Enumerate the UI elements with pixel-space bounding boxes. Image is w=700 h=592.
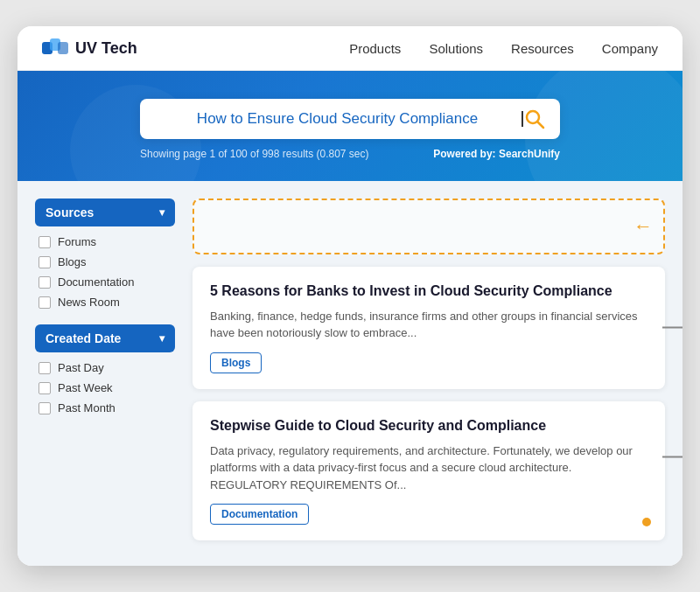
search-bar[interactable]: How to Ensure Cloud Security Compliance: [140, 99, 560, 139]
logo-text: UV Tech: [75, 39, 137, 58]
filter-item-newsroom: News Room: [35, 296, 175, 309]
newsroom-checkbox[interactable]: [38, 296, 51, 309]
pastday-label: Past Day: [58, 361, 104, 374]
newsroom-label: News Room: [58, 296, 120, 309]
results-area: ← 5 Reasons for Banks to Invest in Cloud…: [192, 198, 665, 548]
forums-label: Forums: [58, 235, 96, 248]
orange-dot: [642, 518, 651, 526]
annotation-1: [50]: [662, 323, 682, 332]
filter-item-pastday: Past Day: [35, 361, 175, 374]
forums-checkbox[interactable]: [38, 236, 51, 248]
brand-name: SearchUnify: [499, 148, 560, 160]
sources-header[interactable]: Sources ▾: [35, 198, 175, 226]
result-title-2: Stepwise Guide to Cloud Security and Com…: [210, 417, 648, 435]
filter-item-documentation: Documentation: [35, 275, 175, 289]
result-desc-2: Data privacy, regulatory requirements, a…: [210, 442, 648, 494]
filter-item-pastweek: Past Week: [35, 381, 175, 394]
filter-item-blogs: Blogs: [35, 255, 175, 268]
documentation-label: Documentation: [58, 275, 134, 289]
documentation-checkbox[interactable]: [38, 276, 51, 289]
annotation-line-1: [662, 327, 682, 329]
svg-point-3: [527, 111, 539, 123]
main-content: Sources ▾ Forums Blogs Documentation: [18, 181, 682, 566]
annotation-2: [50]: [662, 452, 682, 462]
date-label: Created Date: [46, 331, 121, 345]
search-meta: Showing page 1 of 100 of 998 results (0.…: [140, 148, 560, 160]
navbar: UV Tech Products Solutions Resources Com…: [18, 26, 682, 71]
page-wrapper: UV Tech Products Solutions Resources Com…: [18, 26, 682, 566]
pastweek-checkbox[interactable]: [38, 382, 51, 394]
nav-links: Products Solutions Resources Company: [349, 41, 658, 56]
result-desc-1: Banking, finance, hedge funds, insurance…: [210, 308, 648, 342]
sidebar: Sources ▾ Forums Blogs Documentation: [35, 198, 175, 548]
date-filter: Created Date ▾ Past Day Past Week Past M…: [35, 324, 175, 414]
nav-resources[interactable]: Resources: [511, 41, 574, 56]
search-icon: [523, 108, 546, 130]
result-tag-2[interactable]: Documentation: [210, 504, 309, 525]
pastweek-label: Past Week: [58, 381, 113, 394]
result-title-1: 5 Reasons for Banks to Invest in Cloud S…: [210, 282, 648, 301]
nav-solutions[interactable]: Solutions: [429, 41, 483, 56]
pastmonth-label: Past Month: [58, 401, 116, 414]
ad-placeholder: ←: [192, 198, 665, 254]
pastmonth-checkbox[interactable]: [38, 402, 51, 414]
result-card-1: 5 Reasons for Banks to Invest in Cloud S…: [192, 267, 665, 389]
result-tag-1[interactable]: Blogs: [210, 352, 262, 373]
search-powered-by: Powered by: SearchUnify: [433, 148, 560, 160]
logo-icon: [42, 38, 68, 58]
chevron-down-icon-date: ▾: [159, 332, 164, 345]
svg-rect-2: [58, 42, 68, 54]
placeholder-arrow: ←: [634, 215, 653, 238]
svg-line-4: [538, 122, 544, 129]
filter-item-forums: Forums: [35, 235, 175, 248]
search-button[interactable]: [523, 108, 546, 130]
sources-label: Sources: [46, 205, 94, 219]
blogs-label: Blogs: [58, 255, 87, 268]
filter-item-pastmonth: Past Month: [35, 401, 175, 414]
search-query-text: How to Ensure Cloud Security Compliance: [154, 110, 521, 128]
search-hero: How to Ensure Cloud Security Compliance …: [18, 71, 682, 181]
result-card-2: Stepwise Guide to Cloud Security and Com…: [192, 401, 665, 540]
date-header[interactable]: Created Date ▾: [35, 324, 175, 352]
sources-filter: Sources ▾ Forums Blogs Documentation: [35, 198, 175, 309]
nav-company[interactable]: Company: [602, 41, 658, 56]
nav-products[interactable]: Products: [349, 41, 401, 56]
blogs-checkbox[interactable]: [38, 256, 51, 268]
logo: UV Tech: [42, 38, 137, 58]
chevron-down-icon: ▾: [159, 206, 164, 219]
search-results-info: Showing page 1 of 100 of 998 results (0.…: [140, 148, 369, 160]
annotation-line-2: [662, 456, 682, 458]
pastday-checkbox[interactable]: [38, 362, 51, 374]
